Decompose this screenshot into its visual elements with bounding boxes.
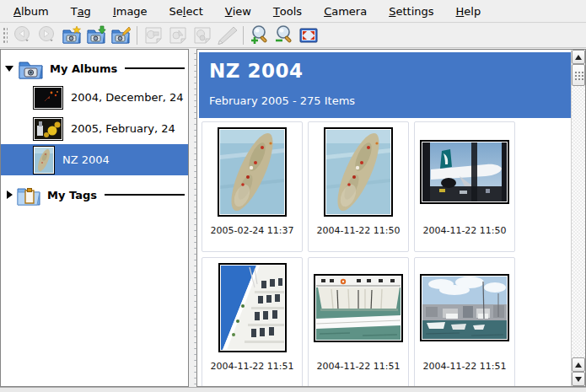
sidebar-item-album-february[interactable]: 2005, February, 24: [1, 113, 188, 144]
image-thumbnail-3-button: [191, 24, 213, 46]
image-thumbnail-2-icon: [168, 25, 188, 46]
photo-date: 2004-11-22 11:50: [316, 225, 400, 236]
up-arrow-icon: [575, 55, 582, 60]
zoom-out-button[interactable]: [273, 24, 295, 46]
photo-date: 2004-11-22 11:51: [316, 361, 400, 372]
scroll-down-button[interactable]: [572, 372, 585, 386]
toolbar-separator: [137, 26, 137, 45]
my-tags-label: My Tags: [47, 189, 97, 201]
fireworks-thumbnail: [33, 86, 63, 110]
menu-tag[interactable]: Tag: [60, 0, 102, 22]
album-view-content: NZ 2004 February 2005 - 275 Items: [197, 50, 571, 386]
back-button: [12, 24, 34, 46]
album-label: 2005, February, 24: [71, 122, 175, 135]
add-images-button[interactable]: [85, 24, 107, 46]
scrollbar-track[interactable]: [572, 86, 585, 357]
vertical-scrollbar: [571, 50, 585, 386]
thumbnail-grid: 2005-02-24 11:37: [197, 118, 571, 386]
up-arrow-icon: [575, 362, 582, 368]
nz-map-photo: [218, 127, 287, 217]
photo-item[interactable]: 2004-11-22 11:51: [202, 257, 303, 386]
photo-date: 2004-11-22 11:51: [210, 361, 293, 372]
toolbar-drag-handle[interactable]: [2, 26, 8, 45]
tags-folder-icon: [16, 184, 41, 207]
pencil-button: [216, 24, 238, 46]
menu-tools[interactable]: Tools: [262, 0, 313, 22]
sidebar-item-album-december[interactable]: 2004, December, 24: [1, 82, 188, 113]
album-label: NZ 2004: [62, 153, 110, 166]
collapse-arrow-icon[interactable]: [5, 66, 13, 72]
photo-item[interactable]: 2004-11-22 11:51: [414, 257, 515, 386]
grip-dots-icon: [574, 71, 583, 80]
airplane-photo: [420, 140, 509, 204]
new-album-icon: [62, 25, 82, 46]
toolbar: [0, 24, 586, 48]
harbor-photo: [420, 274, 509, 341]
album-subtitle: February 2005 - 275 Items: [209, 94, 571, 107]
albums-folder-icon: [17, 57, 44, 80]
new-album-button[interactable]: [61, 24, 83, 46]
photo-item[interactable]: 2005-02-24 11:37: [202, 121, 303, 252]
back-icon: [13, 25, 33, 46]
yellow-fish-thumbnail: [33, 117, 63, 141]
menu-bar: Album Tag Image Select View Tools Camera…: [0, 0, 586, 23]
branch-line: [105, 194, 185, 196]
scrollbar-thumb[interactable]: [572, 64, 585, 86]
album-banner: NZ 2004 February 2005 - 275 Items: [199, 52, 571, 118]
sidebar-splitter[interactable]: [189, 49, 196, 387]
down-arrow-icon: [575, 377, 582, 382]
photo-date: 2004-11-22 11:51: [422, 361, 506, 372]
album-label: 2004, December, 24: [71, 91, 184, 104]
fullscreen-icon: [298, 25, 319, 46]
forward-icon: [37, 25, 57, 46]
nz-map-thumbnail: [33, 146, 55, 175]
menu-help[interactable]: Help: [445, 0, 492, 22]
photo-item[interactable]: 2004-11-22 11:51: [308, 257, 409, 386]
menu-camera[interactable]: Camera: [313, 0, 378, 22]
edit-album-button[interactable]: [110, 24, 132, 46]
scroll-up-button[interactable]: [572, 50, 585, 64]
my-tags-header[interactable]: My Tags: [1, 181, 188, 208]
zoom-in-icon: [249, 24, 271, 46]
forward-button: [36, 24, 58, 46]
branch-line: [125, 67, 185, 69]
menu-album[interactable]: Album: [3, 0, 60, 22]
album-view: NZ 2004 February 2005 - 275 Items: [196, 49, 586, 387]
sidebar-item-album-nz2004[interactable]: NZ 2004: [1, 144, 188, 175]
pencil-icon: [216, 25, 238, 46]
nz-map-photo: [324, 127, 393, 217]
my-albums-header[interactable]: My Albums: [1, 55, 188, 82]
fullscreen-button[interactable]: [298, 24, 320, 46]
albums-sidebar: My Albums 2004, December, 24: [0, 49, 189, 387]
status-bar: [0, 387, 586, 392]
toolbar-separator: [243, 26, 244, 45]
covered-boat-photo: [314, 274, 403, 342]
zoom-in-button[interactable]: [249, 24, 271, 46]
album-title: NZ 2004: [209, 60, 571, 82]
expand-arrow-icon[interactable]: [7, 191, 13, 199]
photo-date: 2004-11-22 11:50: [422, 225, 506, 236]
content-area: My Albums 2004, December, 24: [0, 49, 586, 387]
photo-item[interactable]: 2004-11-22 11:50: [308, 121, 409, 252]
image-thumbnail-3-icon: [192, 25, 212, 46]
edit-album-icon: [110, 25, 131, 46]
menu-image[interactable]: Image: [102, 0, 159, 22]
image-thumbnail-1-icon: [143, 25, 164, 46]
menu-select[interactable]: Select: [159, 0, 214, 22]
photo-date: 2005-02-24 11:37: [210, 225, 293, 236]
my-albums-label: My Albums: [50, 62, 117, 75]
white-building-photo: [218, 263, 287, 352]
menu-view[interactable]: View: [214, 0, 262, 22]
scroll-up-button-bottom[interactable]: [572, 357, 585, 372]
menu-settings[interactable]: Settings: [378, 0, 444, 22]
image-thumbnail-2-button: [167, 24, 189, 46]
image-thumbnail-1-button: [142, 24, 164, 46]
zoom-out-icon: [273, 24, 295, 46]
add-images-icon: [86, 25, 106, 46]
photo-item[interactable]: 2004-11-22 11:50: [414, 121, 515, 252]
